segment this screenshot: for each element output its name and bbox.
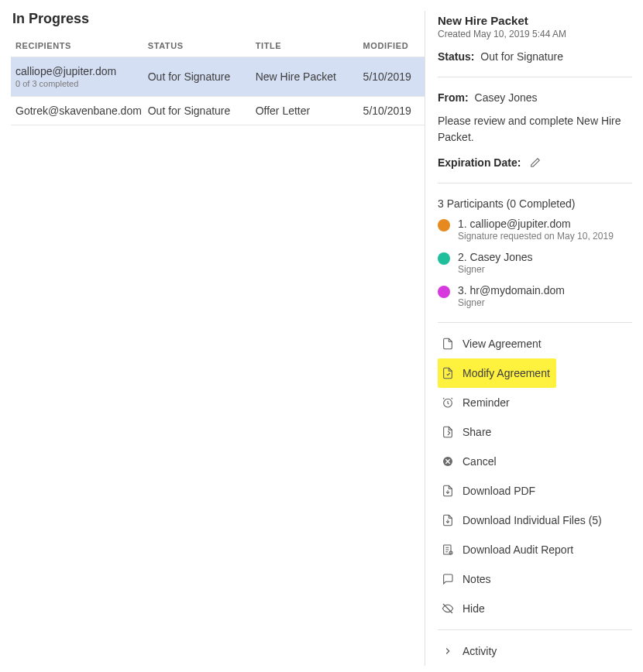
action-label: Download PDF: [462, 485, 535, 497]
audit-report-button[interactable]: Download Audit Report: [438, 535, 632, 564]
expiration-label: Expiration Date:: [438, 156, 521, 169]
participant-row: 2. Casey Jones Signer: [438, 251, 632, 275]
col-header-modified[interactable]: MODIFIED: [363, 41, 425, 50]
participant-dot-icon: [438, 286, 450, 298]
participant-sub: Signature requested on May 10, 2019: [458, 231, 614, 242]
view-agreement-button[interactable]: View Agreement: [438, 329, 632, 358]
cell-modified: 5/10/2019: [363, 105, 425, 117]
cell-recipient-sub: 0 of 3 completed: [15, 79, 148, 88]
participant-name: 3. hr@mydomain.dom: [458, 284, 565, 297]
col-header-recipients[interactable]: RECIPIENTS: [15, 41, 148, 50]
notes-button[interactable]: Notes: [438, 564, 632, 594]
audit-icon: [441, 543, 455, 557]
divider: [438, 629, 632, 630]
download-icon: [441, 484, 455, 498]
action-label: Share: [462, 426, 491, 438]
participant-dot-icon: [438, 219, 450, 231]
cell-status: Out for Signature: [148, 105, 256, 117]
status-value: Out for Signature: [480, 50, 563, 63]
participant-name: 1. calliope@jupiter.dom: [458, 218, 614, 230]
from-label: From:: [438, 91, 469, 104]
hide-button[interactable]: Hide: [438, 594, 632, 623]
detail-title: New Hire Packet: [438, 14, 632, 27]
agreements-list: In Progress RECIPIENTS STATUS TITLE MODI…: [11, 11, 425, 666]
col-header-status[interactable]: STATUS: [148, 41, 256, 50]
modify-agreement-button[interactable]: Modify Agreement: [438, 358, 556, 388]
notes-icon: [441, 572, 455, 586]
cell-title: New Hire Packet: [256, 70, 363, 83]
hide-icon: [441, 602, 455, 615]
detail-panel: New Hire Packet Created May 10, 2019 5:4…: [425, 11, 632, 666]
participant-sub: Signer: [458, 297, 565, 308]
action-label: Cancel: [462, 455, 497, 468]
action-label: View Agreement: [462, 338, 542, 350]
cell-title: Offer Letter: [256, 105, 363, 117]
table-row[interactable]: calliope@jupiter.dom 0 of 3 completed Ou…: [11, 57, 425, 97]
cell-recipient: calliope@jupiter.dom: [15, 65, 148, 77]
download-files-button[interactable]: Download Individual Files (5): [438, 506, 632, 535]
cancel-icon: [441, 454, 455, 468]
participant-name: 2. Casey Jones: [458, 251, 533, 263]
cell-status: Out for Signature: [148, 70, 256, 83]
page-title: In Progress: [11, 11, 425, 27]
detail-message: Please review and complete New Hire Pack…: [438, 113, 632, 146]
action-list: View Agreement Modify Agreement Reminder: [438, 322, 632, 666]
action-label: Activity: [462, 645, 497, 657]
participant-row: 3. hr@mydomain.dom Signer: [438, 284, 632, 308]
participant-sub: Signer: [458, 264, 533, 275]
status-label: Status:: [438, 50, 474, 63]
edit-document-icon: [441, 366, 455, 380]
cell-recipient: Gotrek@skavenbane.dom: [15, 105, 148, 117]
participant-dot-icon: [438, 252, 450, 265]
action-label: Hide: [462, 602, 485, 615]
chevron-right-icon: [441, 644, 455, 658]
table-header: RECIPIENTS STATUS TITLE MODIFIED: [11, 41, 425, 57]
table-row[interactable]: Gotrek@skavenbane.dom Out for Signature …: [11, 97, 425, 125]
col-header-title[interactable]: TITLE: [256, 41, 363, 50]
reminder-button[interactable]: Reminder: [438, 388, 632, 417]
participant-row: 1. calliope@jupiter.dom Signature reques…: [438, 218, 632, 242]
activity-button[interactable]: Activity: [438, 636, 632, 666]
share-button[interactable]: Share: [438, 417, 632, 447]
action-label: Download Audit Report: [462, 543, 573, 556]
action-label: Notes: [462, 573, 491, 585]
download-pdf-button[interactable]: Download PDF: [438, 476, 632, 506]
cancel-button[interactable]: Cancel: [438, 447, 632, 476]
participants-header: 3 Participants (0 Completed): [438, 197, 632, 210]
pencil-icon[interactable]: [530, 157, 541, 168]
download-files-icon: [441, 513, 455, 527]
cell-modified: 5/10/2019: [363, 70, 425, 83]
clock-icon: [441, 396, 455, 410]
from-value: Casey Jones: [475, 91, 538, 104]
action-label: Download Individual Files (5): [462, 514, 602, 526]
action-label: Reminder: [462, 396, 510, 409]
document-icon: [441, 337, 455, 351]
detail-created: Created May 10, 2019 5:44 AM: [438, 29, 632, 39]
share-icon: [441, 425, 455, 439]
action-label: Modify Agreement: [462, 367, 550, 379]
